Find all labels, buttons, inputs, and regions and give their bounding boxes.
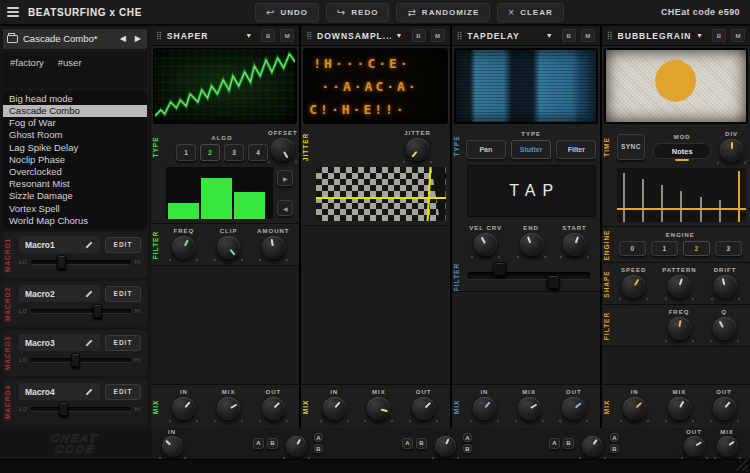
step-bar-2[interactable] xyxy=(201,178,232,219)
drag-handle-icon[interactable]: ⣿ xyxy=(306,31,312,40)
algo-button-1[interactable]: 1 xyxy=(176,144,196,161)
shaper-mute-button[interactable]: M xyxy=(280,29,294,42)
vel-crv-knob[interactable]: VEL CRV xyxy=(467,225,505,256)
macro2-name-field[interactable]: Macro2 xyxy=(19,285,100,302)
preset-item[interactable]: Resonant Mist xyxy=(3,178,147,190)
macro3-slider[interactable] xyxy=(31,358,130,362)
mix-knob[interactable]: MIX xyxy=(511,389,547,420)
tag-factory[interactable]: #factory xyxy=(10,57,44,68)
macro4-edit-button[interactable]: EDIT xyxy=(105,384,141,400)
out-knob[interactable]: OUT xyxy=(406,389,442,420)
end-knob[interactable]: END xyxy=(514,225,548,256)
pattern-knob[interactable]: PATTERN xyxy=(660,267,700,298)
prev-preset-icon[interactable]: ◀ xyxy=(118,34,128,43)
pencil-icon[interactable] xyxy=(85,338,94,347)
junction3-crossfade-knob[interactable] xyxy=(577,429,607,457)
preset-item[interactable]: Fog of War xyxy=(3,117,147,129)
junction2-b-button[interactable]: B xyxy=(416,438,427,449)
in-knob[interactable]: IN xyxy=(316,389,352,420)
mix-knob[interactable]: MIX xyxy=(211,389,247,420)
folder-icon[interactable] xyxy=(7,35,18,43)
macro4-slider[interactable] xyxy=(31,407,130,411)
macro3-slider-handle[interactable] xyxy=(71,353,80,367)
step-bar-3[interactable] xyxy=(234,192,265,219)
downsample-mute-button[interactable]: M xyxy=(431,29,445,42)
algo-button-2[interactable]: 2 xyxy=(200,144,220,161)
type-button-stutter[interactable]: Stutter xyxy=(511,140,552,159)
global-in-knob[interactable]: IN xyxy=(157,429,187,457)
junction1-route-b-button[interactable]: B xyxy=(314,444,323,453)
chevron-down-icon[interactable]: ▼ xyxy=(546,32,553,39)
bubblegrains-mute-button[interactable]: M xyxy=(731,29,745,42)
junction3-route-b-button[interactable]: B xyxy=(610,444,619,453)
step-next-icon[interactable]: ▶ xyxy=(277,170,293,186)
tag-user[interactable]: #user xyxy=(58,57,82,68)
global-out-knob[interactable]: OUT xyxy=(679,429,709,457)
chevron-down-icon[interactable]: ▼ xyxy=(696,32,703,39)
preset-item[interactable]: Vortex Spell xyxy=(3,203,147,215)
freq-knob[interactable]: FREQ xyxy=(166,228,202,259)
bubblegrains-bypass-button[interactable]: B xyxy=(712,29,726,42)
preset-item[interactable]: Noclip Phase xyxy=(3,154,147,166)
drag-handle-icon[interactable]: ⣿ xyxy=(156,31,162,40)
clear-button[interactable]: × CLEAR xyxy=(497,3,563,22)
step-prev-icon[interactable]: ◀ xyxy=(277,200,293,216)
junction3-a-button[interactable]: A xyxy=(549,438,560,449)
randomize-button[interactable]: ⇄ RANDOMIZE xyxy=(396,3,490,22)
mod-source-select[interactable]: Notes xyxy=(653,143,711,159)
in-knob[interactable]: IN xyxy=(166,389,202,420)
type-button-filter[interactable]: Filter xyxy=(556,140,596,159)
downsample-bypass-button[interactable]: B xyxy=(412,29,426,42)
junction2-route-b-button[interactable]: B xyxy=(463,444,472,453)
jitter-knob[interactable]: JITTER xyxy=(400,130,436,161)
in-knob[interactable]: IN xyxy=(467,389,503,420)
macro2-slider-handle[interactable] xyxy=(93,304,102,318)
tapdelay-mute-button[interactable]: M xyxy=(581,29,595,42)
drag-handle-icon[interactable]: ⣿ xyxy=(457,31,463,40)
macro1-edit-button[interactable]: EDIT xyxy=(105,237,141,253)
macro3-edit-button[interactable]: EDIT xyxy=(105,335,141,351)
drift-knob[interactable]: DRIFT xyxy=(708,267,742,298)
out-knob[interactable]: OUT xyxy=(556,389,592,420)
junction2-route-a-button[interactable]: A xyxy=(463,433,472,442)
chevron-down-icon[interactable]: ▼ xyxy=(245,32,252,39)
junction1-crossfade-knob[interactable] xyxy=(281,429,311,457)
pencil-icon[interactable] xyxy=(85,387,94,396)
junction3-route-a-button[interactable]: A xyxy=(610,433,619,442)
macro1-slider[interactable] xyxy=(31,260,130,264)
start-knob[interactable]: START xyxy=(557,225,591,256)
macro4-name-field[interactable]: Macro4 xyxy=(19,383,100,400)
preset-item[interactable]: Sizzle Damage xyxy=(3,190,147,202)
next-preset-icon[interactable]: ▶ xyxy=(133,34,143,43)
tap-tempo-pad[interactable]: TAP xyxy=(467,165,596,217)
algo-button-4[interactable]: 4 xyxy=(248,144,268,161)
engine-button-2[interactable]: 2 xyxy=(683,241,710,256)
pencil-icon[interactable] xyxy=(85,289,94,298)
current-preset-name[interactable]: Cascade Combo* xyxy=(23,33,113,44)
out-knob[interactable]: OUT xyxy=(256,389,292,420)
step-bar-1[interactable] xyxy=(168,203,199,219)
speed-knob[interactable]: SPEED xyxy=(617,267,651,298)
redo-button[interactable]: ↪ REDO xyxy=(326,3,390,22)
junction2-a-button[interactable]: A xyxy=(402,438,413,449)
amount-knob[interactable]: AMOUNT xyxy=(256,228,292,259)
filter-high-handle[interactable] xyxy=(547,275,560,289)
engine-button-1[interactable]: 1 xyxy=(651,241,678,256)
junction1-route-a-button[interactable]: A xyxy=(314,433,323,442)
undo-button[interactable]: ↩ UNDO xyxy=(255,3,319,22)
macro1-name-field[interactable]: Macro1 xyxy=(19,236,100,253)
pencil-icon[interactable] xyxy=(85,240,94,249)
mix-knob[interactable]: MIX xyxy=(361,389,397,420)
filter-low-handle[interactable] xyxy=(493,262,506,276)
preset-item-selected[interactable]: Cascade Combo xyxy=(3,105,147,117)
global-mix-knob[interactable]: MIX xyxy=(712,429,742,457)
shaper-bypass-button[interactable]: B xyxy=(261,29,275,42)
preset-item[interactable]: World Map Chorus xyxy=(3,215,147,227)
macro4-slider-handle[interactable] xyxy=(59,402,68,416)
junction1-a-button[interactable]: A xyxy=(253,438,264,449)
preset-item[interactable]: Ghost Room xyxy=(3,129,147,141)
macro2-edit-button[interactable]: EDIT xyxy=(105,286,141,302)
mix-knob[interactable]: MIX xyxy=(662,389,698,420)
chevron-down-icon[interactable]: ▼ xyxy=(396,32,403,39)
filter-range-slider[interactable] xyxy=(467,272,590,279)
